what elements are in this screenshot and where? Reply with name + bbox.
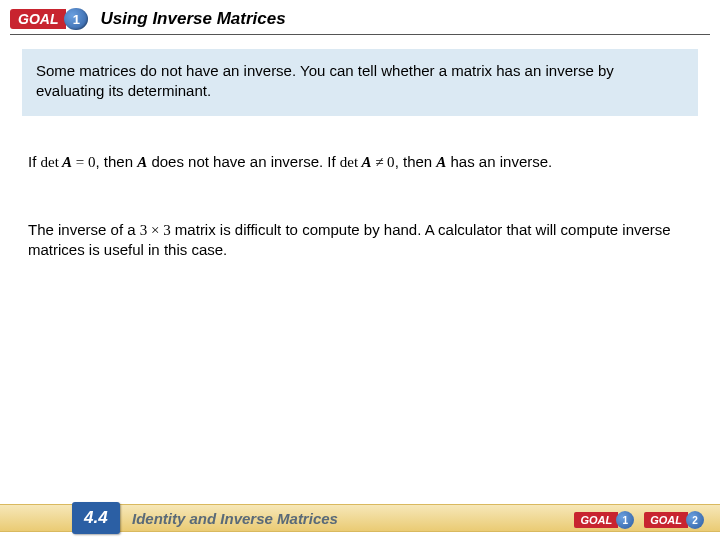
highlight-box: Some matrices do not have an inverse. Yo… (22, 49, 698, 116)
matrix-A: A (137, 154, 147, 170)
page-title: Using Inverse Matrices (100, 9, 285, 29)
goal-label: GOAL (10, 9, 66, 29)
box-text: Some matrices do not have an inverse. Yo… (36, 62, 614, 99)
det-text: det (41, 154, 59, 170)
t: If (28, 153, 41, 170)
t: , then (96, 153, 138, 170)
header: GOAL 1 Using Inverse Matrices (0, 0, 720, 32)
goal-label: GOAL (644, 512, 688, 528)
footer-goal-2[interactable]: GOAL 2 (644, 511, 704, 529)
t: , then (395, 153, 437, 170)
matrix-A: A (436, 154, 446, 170)
det-text: det (340, 154, 358, 170)
matrix-A: A (358, 154, 371, 170)
paragraph-det-rule: If det A = 0, then A does not have an in… (28, 152, 692, 172)
goal-number: 2 (686, 511, 704, 529)
goal-badge: GOAL 1 (10, 8, 88, 30)
matrix-A: A (59, 154, 72, 170)
neq-zero: ≠ 0 (371, 154, 394, 170)
footer-goal-1[interactable]: GOAL 1 (574, 511, 634, 529)
footer: 4.4 Identity and Inverse Matrices GOAL 1… (0, 496, 720, 540)
t: The inverse of a (28, 221, 140, 238)
t: has an inverse. (446, 153, 552, 170)
section-title: Identity and Inverse Matrices (132, 510, 338, 527)
goal-number: 1 (616, 511, 634, 529)
title-underline (10, 34, 710, 35)
dim-3x3: 3 × 3 (140, 222, 171, 238)
eq-zero: = 0 (72, 154, 95, 170)
footer-goal-links: GOAL 1 GOAL 2 (574, 511, 704, 529)
goal-number: 1 (64, 8, 88, 30)
t: does not have an inverse. If (147, 153, 340, 170)
paragraph-3x3: The inverse of a 3 × 3 matrix is difficu… (28, 220, 692, 261)
section-number-badge: 4.4 (72, 502, 120, 534)
goal-label: GOAL (574, 512, 618, 528)
